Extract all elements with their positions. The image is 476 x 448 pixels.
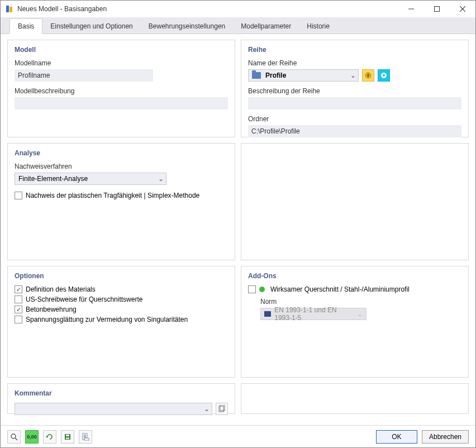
label-option-1: US-Schreibweise für Querschnittswerte <box>26 296 142 303</box>
label-option-2: Betonbewehrung <box>26 306 77 313</box>
label-reihe-beschreibung: Beschreibung der Reihe <box>248 87 461 95</box>
units-icon: 0,00 <box>27 434 37 440</box>
chevron-down-icon: ⌄ <box>204 405 210 413</box>
panel-title-analyse: Analyse <box>15 149 228 157</box>
svg-line-11 <box>15 438 17 440</box>
checkbox-betonbewehrung[interactable] <box>15 306 22 313</box>
input-reihe-beschreibung[interactable] <box>248 97 461 109</box>
chevron-down-icon: ⌄ <box>357 310 363 318</box>
combo-norm-disabled: EN 1993-1-1 und EN 1993-1-5 ⌄ <box>260 308 366 320</box>
panel-title-reihe: Reihe <box>248 46 461 54</box>
svg-rect-14 <box>66 435 69 436</box>
combo-reihe-value: Profile <box>265 72 286 79</box>
folder-icon <box>252 72 261 79</box>
tab-historie[interactable]: Historie <box>299 19 337 34</box>
ok-button[interactable]: OK <box>376 430 417 444</box>
tab-modellparameter[interactable]: Modellparameter <box>233 19 299 34</box>
svg-rect-0 <box>6 6 9 12</box>
combo-nachweisverfahren-value: Finite-Element-Analyse <box>18 175 88 183</box>
bottombar: 0,00 OK Abbrechen <box>1 425 475 447</box>
toolbar-document-button[interactable] <box>79 430 92 444</box>
checkbox-definition-material[interactable] <box>15 285 22 293</box>
label-nachweisverfahren: Nachweisverfahren <box>15 163 228 170</box>
panel-title-kommentar: Kommentar <box>15 389 228 397</box>
reihe-button-1[interactable] <box>362 69 374 82</box>
window-title: Neues Modell - Basisangaben <box>17 5 398 13</box>
checkbox-spannungsglaettung[interactable] <box>15 316 22 323</box>
tabstrip: Basis Einstellungen und Optionen Bewehru… <box>1 17 475 34</box>
app-icon <box>5 4 14 13</box>
window-close-button[interactable] <box>450 1 475 17</box>
input-modellname[interactable] <box>15 69 153 82</box>
svg-point-10 <box>11 434 16 439</box>
cancel-button[interactable]: Abbrechen <box>422 430 469 444</box>
tab-bewehrung[interactable]: Bewehrungseinstellungen <box>141 19 233 34</box>
ok-button-label: OK <box>392 433 401 441</box>
toolbar-refresh-button[interactable] <box>43 430 56 444</box>
toolbar-save-button[interactable] <box>61 430 74 444</box>
svg-rect-20 <box>84 438 89 441</box>
tab-basis[interactable]: Basis <box>9 18 42 34</box>
label-modellname: Modellname <box>15 59 228 67</box>
panel-kommentar: Kommentar ⌄ <box>7 383 235 414</box>
label-option-3: Spannungsglättung zur Vermeidung von Sin… <box>26 316 188 323</box>
panel-reihe: Reihe Name der Reihe Profile ⌄ Bes <box>241 40 469 137</box>
reihe-button-2[interactable] <box>378 69 390 82</box>
panel-analyse: Analyse Nachweisverfahren Finite-Element… <box>7 143 235 260</box>
label-plastisch: Nachweis der plastischen Tragfähigkeit |… <box>26 192 199 199</box>
kommentar-edit-button[interactable] <box>216 403 228 415</box>
label-reihe-name: Name der Reihe <box>248 59 461 67</box>
value-norm: EN 1993-1-1 und EN 1993-1-5 <box>274 306 354 322</box>
combo-kommentar[interactable]: ⌄ <box>15 403 212 415</box>
titlebar: Neues Modell - Basisangaben <box>1 1 475 17</box>
chevron-down-icon: ⌄ <box>158 175 164 183</box>
label-option-0: Definition des Materials <box>26 285 96 293</box>
svg-rect-3 <box>435 7 440 12</box>
toolbar-units-button[interactable]: 0,00 <box>25 430 39 444</box>
cancel-button-label: Abbrechen <box>429 433 461 441</box>
panel-empty-bottom-right <box>241 383 469 414</box>
status-dot-icon <box>259 287 265 292</box>
panel-title-modell: Modell <box>15 46 228 54</box>
field-reihe-ordner: C:\Profile\Profile <box>248 125 461 137</box>
panel-title-addons: Add-Ons <box>248 272 461 280</box>
panel-title-optionen: Optionen <box>15 272 228 280</box>
window-maximize-button[interactable] <box>424 1 450 17</box>
value-reihe-ordner: C:\Profile\Profile <box>251 127 300 135</box>
tab-einstellungen[interactable]: Einstellungen und Optionen <box>42 19 140 34</box>
checkbox-plastisch[interactable] <box>15 192 22 199</box>
combo-reihe-name[interactable]: Profile ⌄ <box>248 69 359 82</box>
checkbox-us-schreibweise[interactable] <box>15 296 22 303</box>
eu-flag-icon <box>264 311 271 317</box>
panel-optionen: Optionen Definition des Materials US-Sch… <box>7 266 235 378</box>
svg-rect-1 <box>9 7 12 12</box>
svg-rect-15 <box>66 437 69 439</box>
panel-modell: Modell Modellname Modellbeschreibung <box>7 40 235 137</box>
label-reihe-ordner: Ordner <box>248 115 461 123</box>
chevron-down-icon: ⌄ <box>350 72 356 79</box>
window-minimize-button[interactable] <box>398 1 424 17</box>
panel-addons: Add-Ons Wirksamer Querschnitt / Stahl-/A… <box>241 266 469 378</box>
label-modellbeschreibung: Modellbeschreibung <box>15 87 228 95</box>
input-modellbeschreibung[interactable] <box>15 97 228 109</box>
label-addon: Wirksamer Querschnitt / Stahl-/Aluminium… <box>270 285 410 293</box>
panel-empty-right <box>241 143 469 260</box>
combo-nachweisverfahren[interactable]: Finite-Element-Analyse ⌄ <box>15 173 166 185</box>
label-norm: Norm <box>260 298 461 306</box>
toolbar-search-button[interactable] <box>7 430 21 444</box>
checkbox-wirksamer-querschnitt[interactable] <box>248 285 256 293</box>
